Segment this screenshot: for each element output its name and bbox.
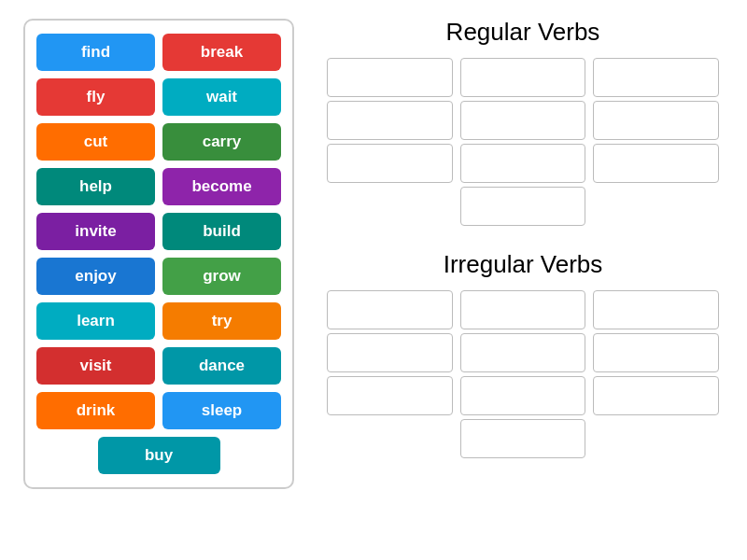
regular-drop-4[interactable]: [327, 101, 453, 140]
irregular-row-2: [327, 333, 719, 372]
regular-row-3: [327, 144, 719, 183]
irregular-drop-9[interactable]: [593, 376, 719, 415]
irregular-drop-8[interactable]: [460, 376, 586, 415]
regular-drop-2[interactable]: [460, 58, 586, 97]
words-container: findbreakflywaitcutcarryhelpbecomeinvite…: [23, 19, 294, 489]
regular-row-2: [327, 101, 719, 140]
regular-drop-10[interactable]: [460, 187, 586, 226]
irregular-verbs-title: Irregular Verbs: [327, 250, 719, 279]
regular-drop-9[interactable]: [593, 144, 719, 183]
regular-row-4: [327, 187, 719, 226]
word-btn-help[interactable]: help: [36, 168, 155, 205]
irregular-drop-5[interactable]: [460, 333, 586, 372]
word-btn-cut[interactable]: cut: [36, 123, 155, 161]
irregular-drop-3[interactable]: [593, 290, 719, 329]
word-btn-sleep[interactable]: sleep: [162, 392, 281, 429]
irregular-drop-2[interactable]: [460, 290, 586, 329]
word-btn-become[interactable]: become: [162, 168, 281, 205]
irregular-drop-1[interactable]: [327, 290, 453, 329]
irregular-drop-7[interactable]: [327, 376, 453, 415]
word-btn-find[interactable]: find: [36, 34, 155, 71]
word-btn-try[interactable]: try: [162, 302, 281, 340]
word-btn-invite[interactable]: invite: [36, 213, 155, 250]
regular-drop-6[interactable]: [593, 101, 719, 140]
regular-drop-5[interactable]: [460, 101, 586, 140]
left-panel: findbreakflywaitcutcarryhelpbecomeinvite…: [0, 0, 317, 560]
right-panel: Regular Verbs Irregular Verbs: [317, 0, 747, 560]
irregular-row-3: [327, 376, 719, 415]
irregular-drop-4[interactable]: [327, 333, 453, 372]
word-btn-visit[interactable]: visit: [36, 347, 155, 385]
irregular-row-4: [327, 419, 719, 458]
word-btn-break[interactable]: break: [162, 34, 281, 71]
regular-verbs-title: Regular Verbs: [327, 18, 719, 47]
word-btn-enjoy[interactable]: enjoy: [36, 258, 155, 295]
regular-drop-3[interactable]: [593, 58, 719, 97]
irregular-drop-6[interactable]: [593, 333, 719, 372]
word-btn-learn[interactable]: learn: [36, 302, 155, 340]
irregular-drop-10[interactable]: [460, 419, 586, 458]
regular-drop-1[interactable]: [327, 58, 453, 97]
word-btn-fly[interactable]: fly: [36, 78, 155, 116]
word-btn-buy[interactable]: buy: [98, 437, 220, 474]
regular-drop-8[interactable]: [460, 144, 586, 183]
regular-row-1: [327, 58, 719, 97]
word-btn-drink[interactable]: drink: [36, 392, 155, 429]
word-btn-carry[interactable]: carry: [162, 123, 281, 161]
word-btn-wait[interactable]: wait: [162, 78, 281, 116]
irregular-row-1: [327, 290, 719, 329]
word-btn-grow[interactable]: grow: [162, 258, 281, 295]
word-btn-build[interactable]: build: [162, 213, 281, 250]
word-btn-dance[interactable]: dance: [162, 347, 281, 385]
regular-drop-7[interactable]: [327, 144, 453, 183]
